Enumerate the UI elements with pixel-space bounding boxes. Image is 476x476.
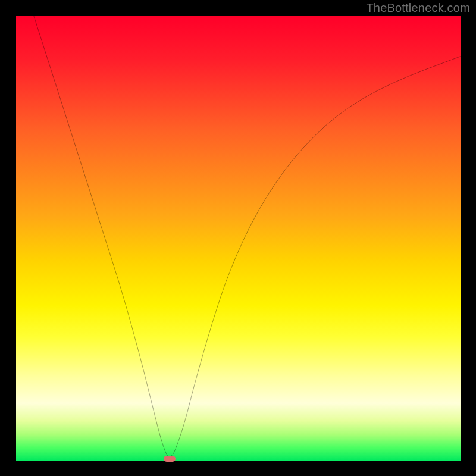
bottleneck-curve — [16, 16, 461, 461]
watermark-text: TheBottleneck.com — [366, 1, 470, 15]
chart-frame: TheBottleneck.com — [0, 0, 476, 476]
curve-path — [34, 16, 461, 457]
optimal-marker — [164, 456, 176, 462]
plot-area — [16, 16, 461, 461]
